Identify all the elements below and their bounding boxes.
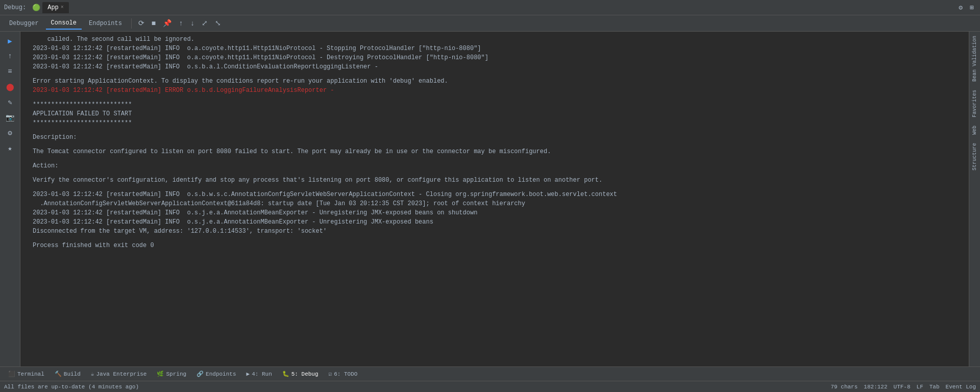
log-line: 2023-01-03 12:12:42 [restartedMain] INFO… [24,217,965,227]
status-left: All files are up-to-date (4 minutes ago) [4,384,139,390]
log-line-highlight: 2023-01-03 12:12:42 [restartedMain] INFO… [24,208,965,217]
pin-icon[interactable]: 📌 [160,18,174,29]
down-arrow-icon[interactable]: ↓ [188,18,197,29]
run-tab[interactable]: ▶ 4: Run [242,370,276,378]
log-text: 2023-01-03 12:12:42 [restartedMain] INFO… [33,62,965,71]
bean-validation-tab[interactable]: Bean Validation [970,32,979,86]
event-log[interactable]: Event Log [946,384,976,390]
settings-icon[interactable]: ⚙ [957,3,965,13]
run-icon: ▶ [247,371,250,377]
log-line: Process finished with exit code 0 [24,241,965,250]
endpoints-bottom-tab[interactable]: 🔗 Endpoints [192,370,240,378]
bottom-toolbar: ⬛ Terminal 🔨 Build ☕ Java Enterprise 🌿 S… [0,366,980,381]
java-label: Java Enterprise [96,371,146,377]
run-label: 4: Run [252,371,272,377]
log-line: called. The second call will be ignored. [24,35,965,44]
run-icon[interactable]: ▶ [2,34,18,48]
favorites-tab[interactable]: Favorites [970,86,979,121]
terminal-icon: ⬛ [8,371,15,377]
pin-sidebar-icon[interactable]: ★ [2,141,18,155]
todo-label: 6: TODO [334,371,357,377]
app-tab-close[interactable]: × [61,5,64,10]
debugger-tab-label: Debugger [9,20,39,27]
log-line: *************************** [24,100,965,109]
log-line: 2023-01-03 12:12:42 [restartedMain] INFO… [24,44,965,53]
log-text: The Tomcat connector configured to liste… [33,147,965,156]
console-area[interactable]: called. The second call will be ignored.… [20,32,969,366]
edit-icon[interactable]: ✎ [2,95,18,109]
app-icon: 🟢 [30,3,42,13]
status-bar: All files are up-to-date (4 minutes ago)… [0,381,980,392]
log-text: Verify the connector's configuration, id… [33,176,965,185]
log-text: .AnnotationConfigServletWebServerApplica… [33,199,965,208]
empty-line [24,156,965,161]
debug-icon: 🐛 [282,371,289,377]
collapse-icon[interactable]: ⤡ [212,18,224,29]
debug-label: 5: Debug [291,371,318,377]
console-content: called. The second call will be ignored.… [20,34,969,364]
line-sep: LF [917,384,923,390]
debug-label: Debug: [4,4,26,11]
stop-icon[interactable]: ■ [149,18,158,29]
log-text: Process finished with exit code 0 [33,241,965,250]
spring-icon: 🌿 [157,371,164,377]
build-icon: 🔨 [55,371,62,377]
log-line: 2023-01-03 12:12:42 [restartedMain] ERRO… [24,86,965,95]
log-line: Verify the connector's configuration, id… [24,176,965,185]
log-text: 2023-01-03 12:12:42 [restartedMain] INFO… [33,53,965,62]
empty-line [24,128,965,133]
empty-line [24,170,965,176]
empty-line [24,95,965,100]
log-text: *************************** [33,118,965,128]
gear-icon[interactable]: ⚙ [2,126,18,140]
endpoints-label: Endpoints [206,371,236,377]
filter-icon[interactable]: ≡ [2,64,18,79]
left-sidebar: ▶ ↑ ≡ ⬤ ✎ 📷 ⚙ ★ [0,32,20,366]
up-arrow-icon[interactable]: ↑ [176,18,185,29]
expand-icon[interactable]: ⤢ [199,18,210,29]
scroll-up-icon[interactable]: ↑ [2,49,18,63]
build-tab[interactable]: 🔨 Build [51,370,85,378]
log-text: APPLICATION FAILED TO START [33,109,965,118]
log-text: Description: [33,133,965,142]
app-tab[interactable]: App × [42,2,69,13]
java-enterprise-tab[interactable]: ☕ Java Enterprise [87,370,151,378]
log-text: called. The second call will be ignored. [33,35,965,44]
log-text: Error starting ApplicationContext. To di… [33,77,965,86]
log-line: Error starting ApplicationContext. To di… [24,77,965,86]
main-layout: ▶ ↑ ≡ ⬤ ✎ 📷 ⚙ ★ called. The second call … [0,32,980,366]
restart-icon[interactable]: ⟳ [136,18,147,29]
endpoints-tab-label: Endpoints [89,20,122,27]
log-line: The Tomcat connector configured to liste… [24,147,965,156]
spring-label: Spring [166,371,186,377]
log-line: APPLICATION FAILED TO START [24,109,965,118]
debug-tab[interactable]: 🐛 5: Debug [278,370,323,378]
indent: Tab [929,384,940,390]
layout-icon[interactable]: ⊞ [968,3,976,13]
log-line: Disconnected from the target VM, address… [24,227,965,236]
camera-icon[interactable]: 📷 [2,110,18,125]
debugger-tab[interactable]: Debugger [4,18,44,29]
top-bar: Debug: 🟢 App × ⚙ ⊞ [0,0,980,15]
structure-tab[interactable]: Structure [970,139,979,175]
status-message: All files are up-to-date (4 minutes ago) [4,384,139,390]
log-line: *************************** [24,118,965,128]
toolbar-sep [131,18,132,29]
endpoints-tab[interactable]: Endpoints [84,18,127,29]
top-right-icons: ⚙ ⊞ [957,3,976,13]
spring-tab[interactable]: 🌿 Spring [153,370,190,378]
todo-tab[interactable]: ☑ 6: TODO [325,370,362,378]
endpoints-icon: 🔗 [197,371,204,377]
console-tab[interactable]: Console [46,17,82,30]
terminal-tab[interactable]: ⬛ Terminal [4,370,48,378]
console-tab-label: Console [51,19,77,27]
empty-line [24,185,965,190]
log-line: 2023-01-03 12:12:42 [restartedMain] INFO… [24,53,965,62]
breakpoint-icon[interactable]: ⬤ [2,80,18,94]
app-tab-label: App [47,4,59,11]
log-text: 2023-01-03 12:12:42 [restartedMain] INFO… [33,44,965,53]
todo-icon: ☑ [329,371,332,377]
empty-line [24,142,965,147]
web-tab[interactable]: Web [970,121,979,139]
cursor-position: 182:122 [864,384,887,390]
